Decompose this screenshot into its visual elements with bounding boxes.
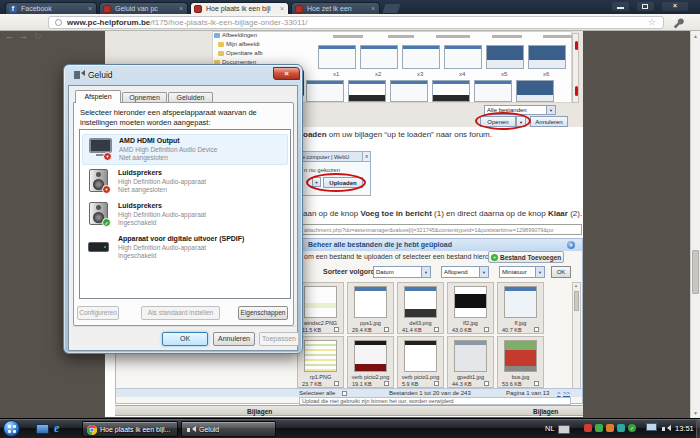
cancel-button[interactable]: Annuleren xyxy=(213,332,255,346)
sort-ok-button[interactable]: OK xyxy=(551,266,571,278)
tree-item[interactable]: Mijn afbeeldi xyxy=(226,41,260,47)
device-row-amd-hdmi[interactable]: ▼ AMD HDMI Output AMD High Definition Au… xyxy=(82,134,288,165)
file-checkbox[interactable] xyxy=(384,327,389,332)
screenshot-thumbnail[interactable] xyxy=(402,45,440,69)
manager-scrollbar[interactable]: ▲ ▼ xyxy=(572,282,581,394)
attachment-url-box: attachment.php?do=assetmanager&values[t]… xyxy=(301,224,582,235)
add-file-button[interactable]: + Bestand Toevoegen xyxy=(488,251,564,263)
close-tab-icon[interactable]: × xyxy=(86,4,94,13)
taskbar-button-label: Hoe plaats ik een bijl... xyxy=(100,426,170,433)
dialog-close-button[interactable]: × xyxy=(273,67,300,80)
screenshot-thumbnail[interactable] xyxy=(348,80,386,102)
file-cell[interactable]: dell3.png 41.4 KB xyxy=(397,282,444,334)
file-cell[interactable]: pps1.jpg 29.4 KB xyxy=(347,282,394,334)
sound-dialog[interactable]: Geluid × Afspelen Opnemen Geluiden Selec… xyxy=(63,64,303,354)
browser-scrollbar[interactable]: ▲ ▼ xyxy=(690,31,700,418)
last-page-link[interactable]: >> xyxy=(563,390,570,396)
scroll-up-icon[interactable]: ▲ xyxy=(574,283,578,288)
screenshot-thumbnail[interactable] xyxy=(486,45,524,69)
pinned-app-icon[interactable] xyxy=(36,424,49,434)
back-icon[interactable]: ← xyxy=(5,31,14,41)
screenshot-thumbnail[interactable] xyxy=(528,45,566,69)
close-window-button[interactable]: × xyxy=(662,2,688,11)
file-cell[interactable]: ff2.jpg 43.0 KB xyxy=(447,282,494,334)
tab-afspelen[interactable]: Afspelen xyxy=(75,90,121,103)
minimize-button[interactable] xyxy=(612,2,629,11)
wrench-menu-icon[interactable] xyxy=(672,17,684,29)
screenshot-thumbnail[interactable] xyxy=(318,45,356,69)
screenshot-thumbnail[interactable] xyxy=(474,80,512,102)
file-checkbox[interactable] xyxy=(434,381,439,386)
file-cell[interactable]: windsc2.PNG 11.5 KB xyxy=(297,282,344,334)
file-cell[interactable]: verb picto1.png 5.9 KB xyxy=(397,336,444,388)
taskbar-button-chrome[interactable]: Hoe plaats ik een bijl... xyxy=(82,421,178,437)
tab-hoe-plaats-active[interactable]: Hoe plaats ik een bijl × xyxy=(190,2,289,14)
file-checkbox[interactable] xyxy=(334,327,339,332)
file-cell[interactable]: gpedit1.jpg 44.3 KB xyxy=(447,336,494,388)
screenshot-thumbnail[interactable] xyxy=(390,80,428,102)
file-checkbox[interactable] xyxy=(434,327,439,332)
forward-icon[interactable]: → xyxy=(19,31,28,41)
keyboard-layout-icon[interactable] xyxy=(558,425,570,434)
tree-item[interactable]: Openbare afb xyxy=(226,50,263,56)
file-cell[interactable]: bus.jpg 53.6 KB xyxy=(497,336,544,388)
tab-facebook[interactable]: f Facebook × xyxy=(5,2,97,14)
tray-icon-teal[interactable] xyxy=(617,424,625,432)
select-all-checkbox[interactable] xyxy=(342,391,347,396)
tray-icon-orange[interactable] xyxy=(606,424,614,432)
close-tab-icon[interactable]: × xyxy=(369,4,377,13)
screenshot-thumbnail[interactable] xyxy=(360,45,398,69)
tray-icon-shield[interactable] xyxy=(595,424,603,432)
collapse-icon[interactable]: ▾ xyxy=(567,241,575,249)
file-checkbox[interactable] xyxy=(384,381,389,386)
screenshot-thumbnail[interactable] xyxy=(516,80,554,102)
screenshot-thumbnail[interactable] xyxy=(444,45,482,69)
close-tab-icon[interactable]: × xyxy=(278,4,286,13)
new-tab-button[interactable] xyxy=(383,4,401,13)
playback-device-list[interactable]: ▼ AMD HDMI Output AMD High Definition Au… xyxy=(79,129,291,299)
enabled-badge-icon: ✓ xyxy=(102,218,111,227)
device-row-spdif[interactable]: Apparaat voor digitale uitvoer (SPDIF) H… xyxy=(82,233,288,264)
taskbar-button-geluid[interactable]: Geluid xyxy=(181,421,276,437)
sort-direction-dropdown[interactable]: Aflopend▼ xyxy=(441,266,489,278)
file-checkbox[interactable] xyxy=(484,381,489,386)
scrollbar-thumb[interactable] xyxy=(574,291,579,311)
bookmark-star-icon[interactable]: ☆ xyxy=(648,17,656,27)
scrollbar-thumb[interactable] xyxy=(692,250,699,294)
file-checkbox[interactable] xyxy=(484,327,489,332)
tab-hoe-zet-ik[interactable]: Hoe zet ik een herste × xyxy=(291,2,380,14)
sort-field-dropdown[interactable]: Datum▼ xyxy=(373,266,431,278)
file-checkbox[interactable] xyxy=(534,381,539,386)
ok-button[interactable]: OK xyxy=(162,332,208,346)
cancel-button[interactable]: Annuleren xyxy=(530,116,568,127)
view-mode-dropdown[interactable]: Miniatuur▼ xyxy=(499,266,545,278)
tree-item[interactable]: Afbeeldingen xyxy=(222,32,257,38)
next-page-link[interactable]: > xyxy=(557,390,561,396)
refresh-icon[interactable]: ↻ xyxy=(34,31,42,41)
screenshot-thumbnail[interactable] xyxy=(432,80,470,102)
internet-explorer-icon[interactable]: e xyxy=(54,421,59,436)
file-size: 43.0 KB xyxy=(452,327,472,333)
tab-geluid-van-pc[interactable]: Geluid van pc werkt × xyxy=(99,2,188,14)
scroll-up-icon[interactable]: ▲ xyxy=(693,33,698,39)
file-cell[interactable]: verb picto2.png 19.1 KB xyxy=(347,336,394,388)
screenshot-thumbnail[interactable] xyxy=(306,80,344,102)
file-checkbox[interactable] xyxy=(534,327,539,332)
scroll-down-icon[interactable]: ▼ xyxy=(693,410,698,416)
show-desktop-button[interactable] xyxy=(696,419,700,438)
tray-icon-red[interactable] xyxy=(584,424,592,432)
close-tab-icon[interactable]: × xyxy=(177,4,185,13)
desktop: f Facebook × Geluid van pc werkt × Hoe p… xyxy=(0,0,700,438)
file-cell[interactable]: ff.jpg 40.7 KB xyxy=(497,282,544,334)
device-row-speakers-1[interactable]: ▼ Luidsprekers High Definition Audio-app… xyxy=(82,167,288,198)
language-indicator[interactable]: NL xyxy=(545,424,555,433)
file-checkbox[interactable] xyxy=(334,381,339,386)
device-row-speakers-2[interactable]: ✓ Luidsprekers High Definition Audio-app… xyxy=(82,200,288,231)
properties-button[interactable]: Eigenschappen xyxy=(238,306,288,320)
tray-icon-check[interactable]: ✓ xyxy=(628,424,636,432)
start-button[interactable] xyxy=(3,420,20,437)
restore-button[interactable] xyxy=(637,2,654,11)
clock[interactable]: 13:51 xyxy=(675,424,694,433)
network-monitor-icon[interactable] xyxy=(646,423,657,431)
file-cell[interactable]: rp1.PNG 23.7 KB xyxy=(297,336,344,388)
